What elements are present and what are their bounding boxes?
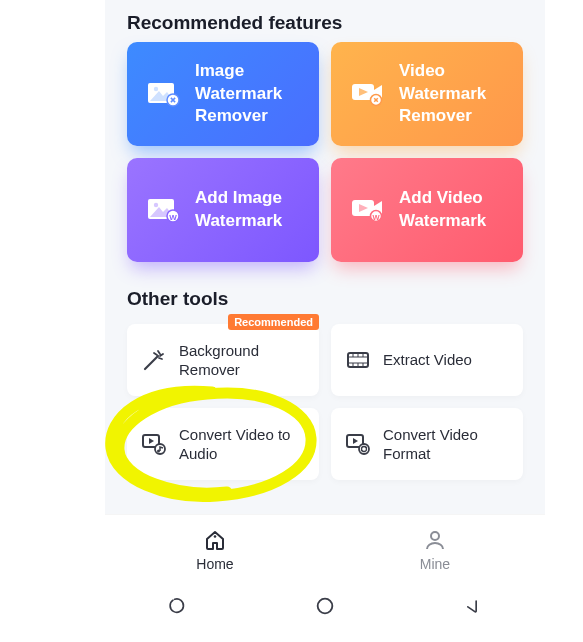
svg-point-28: [214, 535, 217, 538]
tool-background-remover[interactable]: Recommended Background Remover: [127, 324, 319, 396]
video-add-icon: W: [351, 195, 385, 225]
tool-label: Background Remover: [179, 341, 305, 380]
card-image-watermark-remover[interactable]: Image Watermark Remover: [127, 42, 319, 146]
card-add-video-watermark[interactable]: W Add Video Watermark: [331, 158, 523, 262]
svg-point-10: [154, 203, 158, 207]
bottom-nav: Home Mine: [105, 514, 545, 584]
card-video-watermark-remover[interactable]: Video Watermark Remover: [331, 42, 523, 146]
nav-label: Mine: [420, 556, 450, 572]
card-add-image-watermark[interactable]: W Add Image Watermark: [127, 158, 319, 262]
tool-extract-video[interactable]: Extract Video: [331, 324, 523, 396]
card-label: Image Watermark Remover: [195, 60, 299, 129]
svg-text:W: W: [169, 213, 177, 222]
system-recents-button[interactable]: [158, 594, 198, 618]
svg-marker-20: [149, 438, 154, 444]
recommended-heading: Recommended features: [105, 0, 545, 42]
image-add-icon: W: [147, 195, 181, 225]
video-remove-icon: [351, 79, 385, 109]
svg-text:W: W: [372, 213, 380, 222]
nav-label: Home: [196, 556, 233, 572]
nav-mine[interactable]: Mine: [325, 515, 545, 584]
tool-convert-video-format[interactable]: Convert Video Format: [331, 408, 523, 480]
other-tools-heading: Other tools: [105, 276, 545, 318]
person-icon: [423, 528, 447, 552]
app-screen: Recommended features Image Watermark Rem…: [105, 0, 545, 628]
svg-point-30: [318, 599, 333, 614]
media-audio-icon: [141, 431, 167, 457]
card-label: Video Watermark Remover: [399, 60, 503, 129]
svg-point-2: [154, 87, 158, 91]
svg-point-25: [359, 444, 369, 454]
tool-label: Extract Video: [383, 350, 472, 370]
wand-icon: [141, 347, 167, 373]
system-nav-bar: [105, 584, 545, 628]
svg-marker-24: [353, 438, 358, 444]
home-icon: [203, 528, 227, 552]
card-label: Add Video Watermark: [399, 187, 503, 233]
card-label: Add Image Watermark: [195, 187, 299, 233]
image-remove-icon: [147, 79, 181, 109]
svg-point-29: [431, 532, 439, 540]
film-icon: [345, 347, 371, 373]
other-tools-grid: Recommended Background Remover Extract V…: [105, 318, 545, 494]
system-back-button[interactable]: [452, 594, 492, 618]
tool-convert-video-to-audio[interactable]: Convert Video to Audio: [127, 408, 319, 480]
system-home-button[interactable]: [305, 594, 345, 618]
recommended-tag: Recommended: [228, 314, 319, 330]
media-convert-icon: [345, 431, 371, 457]
recommended-grid: Image Watermark Remover Video Watermark …: [105, 42, 545, 276]
nav-home[interactable]: Home: [105, 515, 325, 584]
tool-label: Convert Video to Audio: [179, 425, 305, 464]
tool-label: Convert Video Format: [383, 425, 509, 464]
